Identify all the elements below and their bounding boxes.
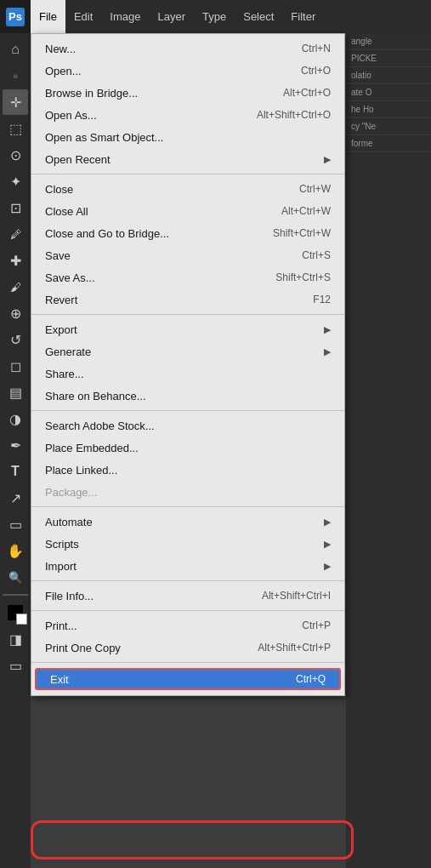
menu-item-open-recent[interactable]: Open Recent ▶ bbox=[31, 148, 344, 170]
right-panel-text-5: he Ho bbox=[346, 101, 431, 118]
tool-magic-wand[interactable]: ✦ bbox=[3, 168, 28, 194]
menu-item-open[interactable]: Open... Ctrl+O bbox=[31, 60, 344, 82]
right-panel-text-7: forme bbox=[346, 135, 431, 152]
menubar: Ps File Edit Image Layer Type Select Fil… bbox=[0, 0, 431, 33]
menu-section-3: Export ▶ Generate ▶ Share... Share on Be… bbox=[31, 315, 344, 411]
menu-item-save[interactable]: Save Ctrl+S bbox=[31, 244, 344, 266]
menu-item-new[interactable]: New... Ctrl+N bbox=[31, 37, 344, 60]
menu-item-automate[interactable]: Automate ▶ bbox=[31, 511, 344, 533]
right-panel-text-4: ate O bbox=[346, 84, 431, 101]
menu-item-scripts[interactable]: Scripts ▶ bbox=[31, 533, 344, 555]
menu-section-7: Print... Ctrl+P Print One Copy Alt+Shift… bbox=[31, 611, 344, 663]
menu-item-place-embedded[interactable]: Place Embedded... bbox=[31, 437, 344, 459]
menu-item-save-as[interactable]: Save As... Shift+Ctrl+S bbox=[31, 266, 344, 288]
ps-app-icon: Ps bbox=[0, 0, 31, 33]
menu-item-generate[interactable]: Generate ▶ bbox=[31, 340, 344, 363]
menu-item-package[interactable]: Package... bbox=[31, 481, 344, 503]
menu-item-import[interactable]: Import ▶ bbox=[31, 555, 344, 577]
tool-quick-mask[interactable]: ◨ bbox=[3, 626, 28, 652]
menu-image[interactable]: Image bbox=[101, 0, 149, 33]
menu-section-5: Automate ▶ Scripts ▶ Import ▶ bbox=[31, 507, 344, 581]
menu-item-export[interactable]: Export ▶ bbox=[31, 318, 344, 340]
menu-item-exit[interactable]: Exit Ctrl+Q bbox=[35, 668, 341, 690]
tool-healing[interactable]: ✚ bbox=[3, 248, 28, 273]
menu-item-open-as[interactable]: Open As... Alt+Shift+Ctrl+O bbox=[31, 104, 344, 126]
menu-item-share-behance[interactable]: Share on Behance... bbox=[31, 385, 344, 407]
tool-screen-mode[interactable]: ▭ bbox=[3, 653, 28, 678]
tool-eyedropper[interactable]: 🖉 bbox=[3, 221, 28, 247]
tool-home[interactable]: ⌂ bbox=[3, 37, 28, 62]
right-panel-text-3: olatio bbox=[346, 67, 431, 84]
menu-item-share[interactable]: Share... bbox=[31, 363, 344, 385]
menu-type[interactable]: Type bbox=[194, 0, 235, 33]
menu-item-close-bridge[interactable]: Close and Go to Bridge... Shift+Ctrl+W bbox=[31, 222, 344, 244]
toolbar-left: ⌂ » ✛ ⬚ ⊙ ✦ ⊡ 🖉 ✚ 🖌 ⊕ ↺ ◻ ▤ ◑ ✒ T ↗ ▭ ✋ … bbox=[0, 33, 31, 868]
menu-edit[interactable]: Edit bbox=[65, 0, 101, 33]
tool-select-rect[interactable]: ⬚ bbox=[3, 116, 28, 141]
menu-item-close[interactable]: Close Ctrl+W bbox=[31, 178, 344, 200]
menu-item-print[interactable]: Print... Ctrl+P bbox=[31, 614, 344, 637]
tool-pen[interactable]: ✒ bbox=[3, 432, 28, 458]
tool-history-brush[interactable]: ↺ bbox=[3, 327, 28, 352]
tool-type[interactable]: T bbox=[3, 459, 28, 484]
right-panel-text-6: cy "Ne bbox=[346, 118, 431, 135]
menu-layer[interactable]: Layer bbox=[150, 0, 195, 33]
menu-select[interactable]: Select bbox=[235, 0, 282, 33]
tool-gradient[interactable]: ▤ bbox=[3, 380, 28, 405]
right-panel: angle PICKE olatio ate O he Ho cy "Ne fo… bbox=[346, 33, 431, 868]
tool-lasso[interactable]: ⊙ bbox=[3, 142, 28, 168]
exit-annotation-circle bbox=[31, 820, 354, 859]
right-panel-text-1: angle bbox=[346, 33, 431, 50]
tool-stamp[interactable]: ⊕ bbox=[3, 300, 28, 326]
tool-brush[interactable]: 🖌 bbox=[3, 274, 28, 300]
tool-eraser[interactable]: ◻ bbox=[3, 353, 28, 379]
menu-section-6: File Info... Alt+Shift+Ctrl+I bbox=[31, 581, 344, 611]
tool-move[interactable]: ✛ bbox=[3, 89, 28, 115]
menu-file[interactable]: File bbox=[31, 0, 65, 33]
tool-path-select[interactable]: ↗ bbox=[3, 485, 28, 511]
menu-item-print-one[interactable]: Print One Copy Alt+Shift+Ctrl+P bbox=[31, 637, 344, 659]
tool-crop[interactable]: ⊡ bbox=[3, 195, 28, 220]
tool-hand[interactable]: ✋ bbox=[3, 538, 28, 563]
menu-item-revert[interactable]: Revert F12 bbox=[31, 288, 344, 311]
menu-section-1: New... Ctrl+N Open... Ctrl+O Browse in B… bbox=[31, 34, 344, 174]
tool-expand[interactable]: » bbox=[3, 63, 28, 89]
ps-logo: Ps bbox=[6, 8, 25, 26]
menu-item-close-all[interactable]: Close All Alt+Ctrl+W bbox=[31, 200, 344, 222]
right-panel-text-2: PICKE bbox=[346, 50, 431, 67]
menu-section-4: Search Adobe Stock... Place Embedded... … bbox=[31, 411, 344, 507]
tool-dodge[interactable]: ◑ bbox=[3, 406, 28, 431]
menu-filter[interactable]: Filter bbox=[282, 0, 324, 33]
menu-item-search-stock[interactable]: Search Adobe Stock... bbox=[31, 414, 344, 437]
tool-foreground-bg[interactable] bbox=[3, 600, 28, 625]
menu-item-browse-bridge[interactable]: Browse in Bridge... Alt+Ctrl+O bbox=[31, 82, 344, 104]
tool-zoom[interactable]: 🔍 bbox=[3, 564, 28, 590]
menu-item-place-linked[interactable]: Place Linked... bbox=[31, 459, 344, 481]
tool-shape[interactable]: ▭ bbox=[3, 511, 28, 537]
file-dropdown-menu: New... Ctrl+N Open... Ctrl+O Browse in B… bbox=[31, 33, 345, 696]
menu-item-file-info[interactable]: File Info... Alt+Shift+Ctrl+I bbox=[31, 585, 344, 607]
menu-item-open-smart[interactable]: Open as Smart Object... bbox=[31, 126, 344, 148]
menu-section-8: Exit Ctrl+Q bbox=[31, 663, 344, 695]
menu-section-2: Close Ctrl+W Close All Alt+Ctrl+W Close … bbox=[31, 174, 344, 315]
